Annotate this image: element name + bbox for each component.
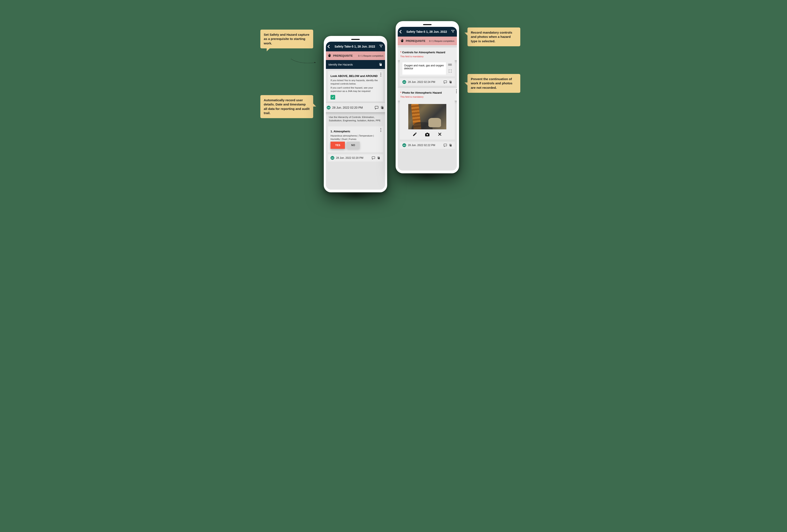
more-icon[interactable]: [380, 73, 381, 77]
hand-stop-icon: [400, 39, 404, 43]
edit-icon[interactable]: [412, 132, 417, 137]
yes-button[interactable]: YES: [331, 142, 345, 149]
dashed-arrow: [286, 58, 322, 64]
svg-rect-6: [378, 157, 380, 159]
svg-rect-20: [444, 144, 447, 146]
prerequisite-label: PREREQUISITE: [406, 40, 429, 42]
no-button[interactable]: NO: [346, 142, 360, 149]
avatar: AS: [402, 80, 406, 84]
comment-icon[interactable]: [443, 143, 447, 147]
filter-icon[interactable]: [451, 29, 455, 34]
prerequisite-count: 0 / 1 Require completion: [429, 40, 454, 42]
barcode-icon[interactable]: [448, 63, 452, 66]
phone-screen: Safety Take-5 1, 28 Jun. 2022 PREREQUISI…: [398, 27, 457, 171]
phone-shadow: [338, 188, 374, 201]
svg-rect-3: [382, 107, 383, 109]
phone-notch: [423, 24, 431, 25]
svg-rect-14: [444, 81, 447, 83]
prerequisite-count: 0 / 1 Require completion: [358, 55, 383, 57]
phone-screen: Safety Take-5 1, 28 Jun. 2022 PREREQUISI…: [326, 42, 385, 190]
comment-icon[interactable]: [371, 156, 375, 160]
card-photo-body: [400, 101, 455, 140]
card-heading: 1. Atmospheric: [331, 130, 380, 133]
card-photo-atmospheric: *Photo for Atmospheric Hazard This field…: [398, 88, 457, 101]
callout-tail: [465, 33, 467, 36]
callout-autorecord: Automatically record user details. Date …: [260, 95, 313, 118]
avatar: AS: [402, 143, 406, 147]
phone-mockup-left: Safety Take-5 1, 28 Jun. 2022 PREREQUISI…: [324, 36, 387, 192]
hierarchy-hint: Use the Hierarchy of Controls: Eliminati…: [326, 114, 385, 124]
copy-icon[interactable]: [380, 106, 384, 109]
copy-icon[interactable]: [377, 156, 380, 159]
callout-tail: [267, 48, 270, 51]
timestamp-text: 28 Jun. 2022 02:22 PM: [408, 144, 442, 147]
card-body: If you can't control the hazard, see you…: [331, 86, 380, 93]
svg-point-17: [427, 134, 428, 135]
yes-no-group: YES NO: [328, 142, 380, 150]
hand-stop-icon: [327, 54, 332, 58]
back-icon[interactable]: [327, 45, 331, 48]
timestamp-row: AS 28 Jun. 2022 02:20 PM: [326, 103, 385, 112]
avatar: AS: [331, 156, 334, 160]
card-heading-text: Controls for Atmospheric Hazard: [402, 51, 445, 54]
svg-rect-0: [380, 64, 382, 66]
card-controls-body: Oxygen and mask, gas and oxygen detector: [400, 60, 455, 76]
titlebar: Safety Take-5 1, 28 Jun. 2022: [398, 27, 457, 37]
checkbox-checked[interactable]: [331, 95, 335, 100]
svg-rect-2: [375, 106, 378, 108]
callout-text: Record mandatory controls and photos whe…: [471, 31, 512, 43]
callout-text: Automatically record user details. Date …: [264, 98, 310, 115]
timestamp-text: 28 Jun. 2022 02:20 PM: [336, 156, 370, 159]
camera-icon[interactable]: [425, 132, 430, 137]
copy-icon[interactable]: [449, 80, 452, 84]
callout-tail: [313, 104, 316, 107]
callout-prerequisite: Set Safety and Hazard capture as a prere…: [260, 29, 313, 48]
copy-icon[interactable]: [379, 63, 383, 66]
card-body: Hazardous atmospheres | Temperature | Hu…: [331, 134, 380, 141]
card-controls-atmospheric: *Controls for Atmospheric Hazard This fi…: [398, 47, 457, 60]
card-heading: *Controls for Atmospheric Hazard: [400, 51, 456, 54]
callout-text: Prevent the continuation of work if cont…: [471, 77, 512, 89]
delete-icon[interactable]: [438, 132, 442, 137]
page-title: Safety Take-5 1, 28 Jun. 2022: [332, 45, 378, 48]
back-icon[interactable]: [399, 30, 403, 34]
timestamp-row: AS 28 Jun. 2022 02:20 PM: [328, 154, 383, 162]
page-title: Safety Take-5 1, 28 Jun. 2022: [404, 30, 449, 34]
comment-icon[interactable]: [443, 80, 447, 84]
phone-notch: [351, 39, 360, 40]
timestamp-text: 28 Jun. 2022 02:24 PM: [408, 81, 442, 84]
mandatory-label: This field is mandatory: [400, 95, 456, 98]
prerequisite-label: PREREQUISITE: [333, 54, 358, 57]
prerequisite-banner: PREREQUISITE 0 / 1 Require completion: [326, 51, 385, 60]
prerequisite-banner: PREREQUISITE 0 / 1 Require completion: [398, 37, 457, 45]
card-body: If you ticked Yes to any hazards, identi…: [331, 79, 380, 85]
titlebar: Safety Take-5 1, 28 Jun. 2022: [326, 42, 385, 51]
expand-icon[interactable]: [448, 69, 452, 73]
svg-rect-15: [450, 81, 451, 83]
avatar: AS: [327, 106, 331, 109]
comment-icon[interactable]: [375, 105, 379, 110]
controls-textarea[interactable]: Oxygen and mask, gas and oxygen detector: [402, 62, 446, 75]
phone-shadow: [409, 169, 445, 182]
callout-text: Set Safety and Hazard capture as a prere…: [264, 33, 310, 45]
card-heading: *Photo for Atmospheric Hazard: [400, 91, 456, 94]
callout-prevent-continue: Prevent the continuation of work if cont…: [467, 74, 520, 93]
hazard-photo[interactable]: [408, 104, 446, 129]
mandatory-label: This field is mandatory: [400, 55, 456, 58]
timestamp-row: AS 28 Jun. 2022 02:22 PM: [400, 142, 455, 149]
callout-tail: [465, 82, 467, 85]
svg-rect-21: [450, 145, 451, 147]
card-heading-text: Photo for Atmospheric Hazard: [402, 91, 442, 94]
filter-icon[interactable]: [379, 44, 383, 49]
section-title: Identify the Hazards: [328, 63, 379, 66]
copy-icon[interactable]: [449, 144, 452, 147]
timestamp-row: AS 28 Jun. 2022 02:24 PM: [400, 79, 455, 86]
callout-record-controls: Record mandatory controls and photos whe…: [467, 27, 520, 46]
card-heading: Look ABOVE, BELOW and AROUND: [331, 75, 380, 78]
more-icon[interactable]: [456, 89, 457, 93]
svg-rect-5: [372, 156, 375, 159]
phone-mockup-right: Safety Take-5 1, 28 Jun. 2022 PREREQUISI…: [396, 21, 459, 173]
more-icon[interactable]: [380, 128, 381, 132]
section-header: Identify the Hazards: [326, 60, 385, 69]
timestamp-text: 28 Jun. 2022 02:20 PM: [332, 106, 373, 109]
